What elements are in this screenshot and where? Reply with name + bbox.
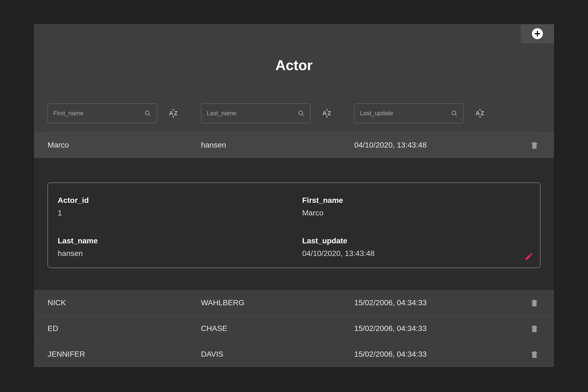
svg-text:Z: Z xyxy=(481,110,484,117)
field-label: Actor_id xyxy=(58,196,286,205)
cell-first-name: JENNIFER xyxy=(48,350,201,359)
svg-rect-17 xyxy=(535,328,535,331)
search-first-name-input[interactable] xyxy=(53,110,144,117)
field-label: Last_name xyxy=(58,237,286,245)
filter-first-name: A Z xyxy=(48,103,201,123)
search-last-name[interactable] xyxy=(201,103,310,123)
cell-last-update: 15/02/2006, 04:34:33 xyxy=(354,298,508,307)
delete-row-button[interactable] xyxy=(530,324,539,333)
search-icon xyxy=(144,110,151,117)
search-last-name-input[interactable] xyxy=(207,110,298,117)
add-button[interactable] xyxy=(521,24,554,43)
field-first-name: First_name Marco xyxy=(302,196,530,217)
svg-line-5 xyxy=(302,114,303,116)
search-icon xyxy=(298,110,305,117)
table-row[interactable]: JENNIFER DAVIS 15/02/2006, 04:34:33 xyxy=(34,341,554,367)
page-title: Actor xyxy=(34,24,554,73)
svg-rect-14 xyxy=(533,302,534,305)
svg-point-0 xyxy=(145,111,149,115)
svg-rect-19 xyxy=(535,353,535,357)
svg-rect-16 xyxy=(533,328,534,331)
sort-first-name-button[interactable]: A Z xyxy=(168,107,180,119)
svg-line-9 xyxy=(455,114,457,116)
table-row[interactable]: NICK WAHLBERG 15/02/2006, 04:34:33 xyxy=(34,290,554,316)
filter-last-name: A Z xyxy=(201,103,354,123)
search-last-update[interactable] xyxy=(354,103,464,123)
field-label: Last_update xyxy=(302,237,530,245)
cell-last-name: DAVIS xyxy=(201,350,354,359)
svg-text:A: A xyxy=(476,110,480,117)
svg-rect-18 xyxy=(533,353,534,357)
svg-text:Z: Z xyxy=(327,110,331,117)
svg-point-4 xyxy=(299,111,302,115)
sort-last-update-button[interactable]: A Z xyxy=(475,107,487,119)
svg-line-1 xyxy=(149,114,150,116)
filter-bar: A Z A Z xyxy=(34,103,554,123)
field-value: Marco xyxy=(302,209,530,217)
delete-row-button[interactable] xyxy=(530,349,539,359)
cell-last-name: WAHLBERG xyxy=(201,298,354,307)
field-last-name: Last_name hansen xyxy=(58,237,286,258)
svg-point-8 xyxy=(452,111,456,115)
actor-panel: Actor A Z xyxy=(34,24,554,367)
delete-row-button[interactable] xyxy=(530,140,539,150)
cell-last-name: hansen xyxy=(201,141,354,149)
cell-last-update: 04/10/2020, 13:43:48 xyxy=(354,141,508,149)
cell-last-name: CHASE xyxy=(201,324,354,333)
svg-rect-12 xyxy=(533,144,534,148)
svg-text:A: A xyxy=(322,110,327,117)
search-icon xyxy=(451,110,458,117)
row-detail-panel: Actor_id 1 First_name Marco Last_name ha… xyxy=(34,158,554,290)
table-row[interactable]: ED CHASE 15/02/2006, 04:34:33 xyxy=(34,316,554,341)
svg-text:A: A xyxy=(169,110,173,117)
field-value: 04/10/2020, 13:43:48 xyxy=(302,249,530,258)
field-last-update: Last_update 04/10/2020, 13:43:48 xyxy=(302,237,530,258)
field-label: First_name xyxy=(302,196,530,205)
plus-circle-icon xyxy=(532,28,543,39)
svg-text:Z: Z xyxy=(174,110,177,117)
cell-first-name: NICK xyxy=(48,298,201,307)
sort-last-name-button[interactable]: A Z xyxy=(321,107,333,119)
edit-button[interactable] xyxy=(524,252,534,261)
filter-last-update: A Z xyxy=(354,103,508,123)
search-first-name[interactable] xyxy=(48,103,157,123)
delete-row-button[interactable] xyxy=(530,298,539,308)
cell-last-update: 15/02/2006, 04:34:33 xyxy=(354,324,508,333)
search-last-update-input[interactable] xyxy=(360,110,451,117)
cell-first-name: ED xyxy=(48,324,201,333)
cell-first-name: Marco xyxy=(48,141,201,149)
field-actor-id: Actor_id 1 xyxy=(58,196,286,217)
field-value: 1 xyxy=(58,209,286,217)
table-row[interactable]: Marco hansen 04/10/2020, 13:43:48 xyxy=(34,132,554,158)
cell-last-update: 15/02/2006, 04:34:33 xyxy=(354,350,508,359)
svg-rect-13 xyxy=(535,144,535,148)
svg-rect-15 xyxy=(535,302,535,305)
field-value: hansen xyxy=(58,249,286,258)
detail-card: Actor_id 1 First_name Marco Last_name ha… xyxy=(48,183,540,268)
